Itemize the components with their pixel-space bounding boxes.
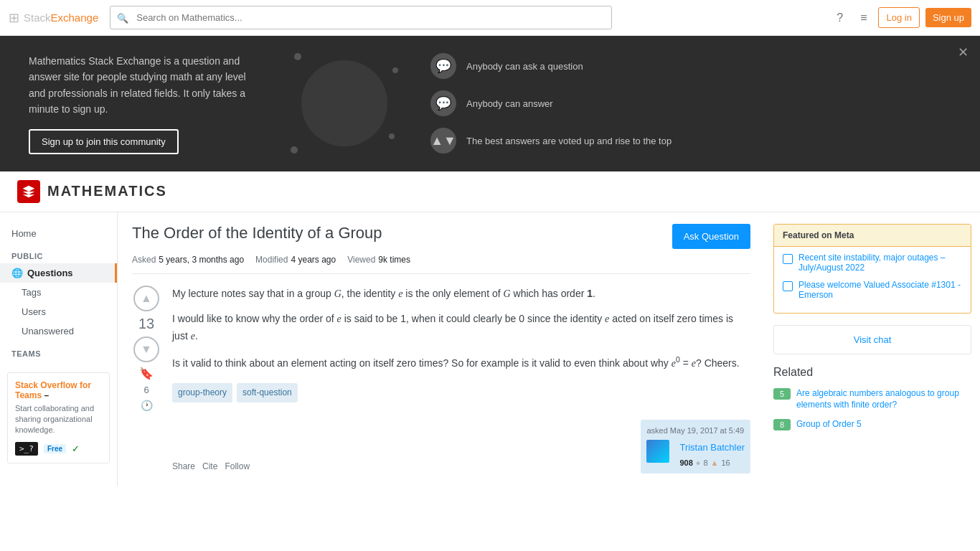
follow-link[interactable]: Follow [225,459,250,474]
teams-promo: >_? Free ✓ [15,442,102,456]
hero-close-button[interactable]: ✕ [958,44,969,60]
teams-promo-icon: >_? [15,442,38,456]
cite-link[interactable]: Cite [202,459,217,474]
content-area: The Order of the Identity of a Group Ask… [118,212,765,486]
bookmark-button[interactable]: 🔖 [139,367,154,380]
related-title: Related [773,366,971,379]
history-button[interactable]: 🕐 [141,400,153,411]
sidebar-item-home[interactable]: Home [0,224,117,243]
user-card: asked May 19, 2017 at 5:49 Tristan Batch… [641,420,750,474]
login-button[interactable]: Log in [878,7,919,28]
right-sidebar: Featured on Meta Recent site instability… [765,212,980,486]
topbar-logo[interactable]: ⊞ StackExchange [9,10,98,26]
post-user-info: asked May 19, 2017 at 5:49 Tristan Batch… [641,420,750,474]
bronze-count: 16 [721,456,730,470]
help-icon-button[interactable]: ? [831,9,849,27]
sidebar: Home PUBLIC 🌐 Questions Tags Users Unans… [0,212,118,486]
join-community-button[interactable]: Sign up to join this community [29,129,179,154]
main-layout: Home PUBLIC 🌐 Questions Tags Users Unans… [0,212,980,486]
bronze-badge-icon: ▲ [711,456,719,470]
upvote-button[interactable]: ▲ [133,286,159,311]
tag-soft-question[interactable]: soft-question [237,383,298,402]
hero-description: Mathematics Stack Exchange is a question… [29,53,258,118]
teams-link[interactable]: Stack Overflow for Teams [15,380,91,400]
inbox-icon-button[interactable]: ≡ [854,9,872,27]
search-icon: 🔍 [117,12,128,23]
featured-meta-items: Recent site instability, major outages –… [774,247,971,313]
vote-column: ▲ 13 ▼ 🔖 6 🕐 [132,286,161,474]
rep-score: 908 [679,456,692,470]
user-name[interactable]: Tristan Batchler [679,440,745,456]
related-link-1[interactable]: Group of Order 5 [796,418,862,430]
brand-name: StackExchange [24,11,98,24]
ask-icon: 💬 [430,53,456,79]
post-paragraph-2: I would like to know why the order of e … [172,311,750,345]
hero-feature-vote: ▲▼ The best answers are voted up and ris… [430,128,672,154]
featured-meta-title: Featured on Meta [774,225,971,247]
teams-box: Stack Overflow for Teams – Start collabo… [7,372,110,463]
hero-feature-answer: 💬 Anybody can answer [430,90,672,116]
questions-globe-icon: 🌐 [11,268,23,278]
topbar: ⊞ StackExchange 🔍 ? ≡ Log in Sign up [0,0,980,36]
stack-icon: ⊞ [9,10,19,26]
question-body: ▲ 13 ▼ 🔖 6 🕐 My lecture notes say that i… [132,286,750,474]
silver-badge-icon: ● [696,456,701,470]
visit-chat-button[interactable]: Visit chat [773,325,971,354]
teams-title: Stack Overflow for Teams – [15,380,102,400]
featured-meta-item-1[interactable]: Please welcome Valued Associate #1301 - … [783,280,962,300]
related-score-0: 5 [773,388,791,400]
related-box: Related 5 Are algebraic numbers analogou… [773,366,971,431]
asked-label: asked May 19, 2017 at 5:49 [646,424,745,438]
check-icon: ✓ [72,443,80,454]
question-header: The Order of the Identity of a Group Ask… [132,224,750,249]
related-item-0: 5 Are algebraic numbers analogous to gro… [773,387,971,412]
vote-count: 13 [138,316,154,332]
related-link-0[interactable]: Are algebraic numbers analogous to group… [796,387,971,412]
search-input[interactable] [110,6,612,29]
share-link[interactable]: Share [172,459,195,474]
related-score-1: 8 [773,419,791,430]
sidebar-item-users[interactable]: Users [0,302,117,321]
hero-feature-ask: 💬 Anybody can ask a question [430,53,672,79]
ask-question-button[interactable]: Ask Question [672,224,750,249]
related-item-1: 8 Group of Order 5 [773,418,971,430]
vote-icon: ▲▼ [430,128,456,154]
sidebar-item-tags[interactable]: Tags [0,283,117,302]
hero-features: 💬 Anybody can ask a question 💬 Anybody c… [430,53,672,154]
tag-group-theory[interactable]: group-theory [172,383,232,402]
bookmark-count: 6 [143,385,149,395]
viewed-meta: Viewed 9k times [347,255,410,265]
signup-button[interactable]: Sign up [925,8,971,27]
downvote-button[interactable]: ▼ [133,336,159,362]
user-stats: 908 ● 8 ▲ 16 [679,456,745,470]
featured-meta-box: Featured on Meta Recent site instability… [773,224,971,314]
post-content: My lecture notes say that in a group G, … [172,286,750,474]
avatar [646,440,669,463]
silver-count: 8 [703,456,707,470]
post-actions: Share Cite Follow [172,459,250,474]
post-paragraph-1: My lecture notes say that in a group G, … [172,286,750,303]
search-bar: 🔍 [110,6,612,29]
topbar-right: ? ≡ Log in Sign up [831,7,971,28]
sidebar-item-unanswered[interactable]: Unanswered [0,321,117,341]
public-section-label: PUBLIC [0,243,117,263]
post-paragraph-3: Is it valid to think about an element ac… [172,354,750,372]
question-meta: Asked 5 years, 3 months ago Modified 4 y… [132,255,750,274]
sidebar-item-questions[interactable]: 🌐 Questions [0,263,117,283]
teams-desc: Start collaborating and sharing organiza… [15,403,102,436]
hero-text: Mathematics Stack Exchange is a question… [29,53,258,154]
hero-banner: ✕ Mathematics Stack Exchange is a questi… [0,36,980,171]
teams-section-label: TEAMS [0,341,117,361]
post-tags: group-theory soft-question [172,383,750,402]
site-header: MATHEMATICS [0,171,980,212]
site-logo-icon [17,180,40,203]
site-title: MATHEMATICS [47,183,167,199]
modified-meta: Modified 4 years ago [255,255,336,265]
question-title: The Order of the Identity of a Group [132,224,661,242]
site-logo[interactable]: MATHEMATICS [17,180,167,203]
featured-meta-item-0[interactable]: Recent site instability, major outages –… [783,253,962,273]
meta-icon-1 [783,281,793,291]
meta-icon-0 [783,254,793,264]
hero-graphic [301,60,387,146]
answer-icon: 💬 [430,90,456,116]
